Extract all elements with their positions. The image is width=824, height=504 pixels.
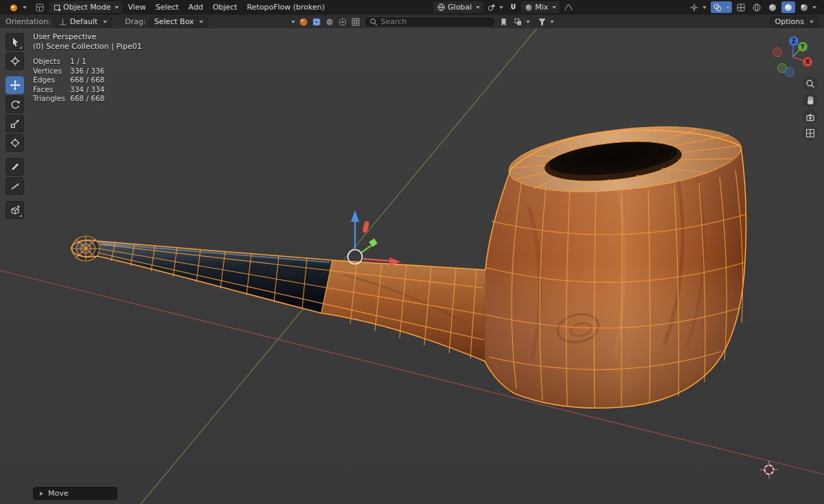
hand-icon <box>805 95 816 106</box>
search-icon <box>369 18 378 26</box>
material-ball-icon[interactable] <box>299 17 308 27</box>
bookmark-icon[interactable] <box>499 17 508 27</box>
axis-label-z: Z <box>792 38 796 45</box>
stack-icon <box>514 17 523 26</box>
pan-button[interactable] <box>803 93 818 108</box>
chevron-down-icon <box>499 6 503 9</box>
tool-annotate[interactable] <box>5 158 24 176</box>
stat-label: Edges <box>33 76 70 85</box>
shading-wireframe-button[interactable] <box>750 1 764 13</box>
chevron-down-icon <box>476 6 480 9</box>
chevron-down-icon <box>199 21 203 23</box>
chevron-down-icon <box>103 21 107 23</box>
stat-label: Objects <box>33 57 70 67</box>
tool-transform[interactable] <box>5 134 24 152</box>
chevron-down-icon <box>810 21 814 23</box>
3d-cursor <box>760 461 778 479</box>
camera-view-button[interactable] <box>803 109 818 124</box>
viewport-info-overlay: User Perspective (0) Scene Collection | … <box>33 32 141 104</box>
grid-icon[interactable] <box>351 17 360 27</box>
falloff-mix-dropdown[interactable]: Mix <box>521 1 560 13</box>
collection-path-label: (0) Scene Collection | Pipe01 <box>33 42 141 51</box>
menu-view[interactable]: View <box>124 1 150 13</box>
tool-rotate[interactable] <box>5 95 24 113</box>
topbar: Object Mode View Select Add Object Retop… <box>0 0 824 14</box>
xray-icon <box>736 3 746 12</box>
ortho-toggle-button[interactable] <box>803 126 818 141</box>
editor-type-button[interactable] <box>32 1 48 13</box>
tool-scale[interactable] <box>5 115 24 133</box>
axis-icon <box>59 18 67 25</box>
axis-ball-neg-x[interactable] <box>773 48 782 57</box>
topbar-right-group <box>687 1 819 13</box>
snap-target-icon <box>487 3 496 12</box>
shading-rendered-button[interactable] <box>797 1 819 13</box>
tool-add-cube[interactable] <box>5 201 24 219</box>
viewport-3d[interactable]: User Perspective (0) Scene Collection | … <box>0 28 824 504</box>
orientation-field-label: Orientation: <box>5 17 51 26</box>
app-menu-button[interactable] <box>5 1 30 13</box>
sphere-b-icon[interactable] <box>338 17 347 27</box>
pencil-icon <box>10 161 21 172</box>
tool-move[interactable] <box>5 76 24 94</box>
operator-panel-label: Move <box>48 489 69 498</box>
stat-value: 336 / 336 <box>70 67 141 76</box>
options-dropdown[interactable]: Options <box>770 16 819 27</box>
chevron-down-icon <box>552 6 556 9</box>
pipe-model[interactable] <box>71 117 746 408</box>
scene-statistics: Objects 1 / 1 Vertices 336 / 336 Edges 6… <box>33 57 141 104</box>
chevron-down-icon <box>726 6 730 9</box>
drag-value: Select Box <box>154 17 194 26</box>
show-overlays-dropdown[interactable] <box>711 1 732 13</box>
orientation-select[interactable]: Default <box>54 16 112 27</box>
drag-select[interactable]: Select Box <box>149 16 208 27</box>
material-sphere-icon <box>783 3 793 12</box>
menu-add[interactable]: Add <box>184 1 207 13</box>
chevron-down-icon <box>702 6 707 9</box>
sphere-a-icon[interactable] <box>325 17 334 27</box>
overlays-icon <box>713 3 722 12</box>
move-gizmo[interactable] <box>348 210 401 266</box>
axis-ball-neg-z[interactable] <box>786 68 794 77</box>
toolbar <box>5 33 24 220</box>
orientation-value: Default <box>70 17 98 26</box>
menu-select[interactable]: Select <box>151 1 183 13</box>
sphere-icon <box>525 3 533 12</box>
object-mode-icon <box>53 3 61 12</box>
stat-value: 668 / 668 <box>70 76 141 85</box>
shading-solid-button[interactable] <box>766 1 779 13</box>
wireframe-sphere-icon <box>752 3 762 12</box>
editor-grid-icon <box>35 3 45 12</box>
drag-field-label: Drag: <box>125 17 146 26</box>
transform-orientation-dropdown[interactable]: Global <box>433 1 483 13</box>
preset-dropdown[interactable] <box>512 16 532 27</box>
menu-retopoflow[interactable]: RetopoFlow (broken) <box>242 1 329 13</box>
zoom-button[interactable] <box>803 76 818 91</box>
chevron-down-icon <box>23 6 27 9</box>
box-icon[interactable] <box>312 17 321 27</box>
proportional-falloff-button[interactable] <box>561 1 575 13</box>
orientation-label: Global <box>448 3 472 12</box>
menu-object[interactable]: Object <box>209 1 242 13</box>
show-gizmo-dropdown[interactable] <box>687 1 709 13</box>
magnifier-icon <box>805 78 816 89</box>
stat-label: Triangles <box>33 94 70 104</box>
operator-panel[interactable]: Move <box>33 487 117 500</box>
snap-target-dropdown[interactable] <box>485 1 505 13</box>
shading-material-button[interactable] <box>781 1 795 13</box>
xray-toggle-button[interactable] <box>734 1 748 13</box>
tool-cursor[interactable] <box>5 52 24 70</box>
falloff-curve-icon <box>563 3 573 12</box>
search-input[interactable] <box>380 17 483 26</box>
tool-measure[interactable] <box>5 177 24 195</box>
view-perspective-label: User Perspective <box>33 32 141 42</box>
filter-dropdown[interactable] <box>536 16 556 27</box>
ruler-icon <box>10 181 21 192</box>
tool-select-box[interactable] <box>5 33 24 51</box>
snap-toggle-button[interactable] <box>507 1 520 13</box>
search-field[interactable] <box>364 16 496 27</box>
mode-label: Object Mode <box>63 3 111 12</box>
dropdown-caret-icon[interactable] <box>291 21 295 23</box>
stat-value: 668 / 668 <box>70 94 141 104</box>
mode-dropdown[interactable]: Object Mode <box>49 1 122 13</box>
